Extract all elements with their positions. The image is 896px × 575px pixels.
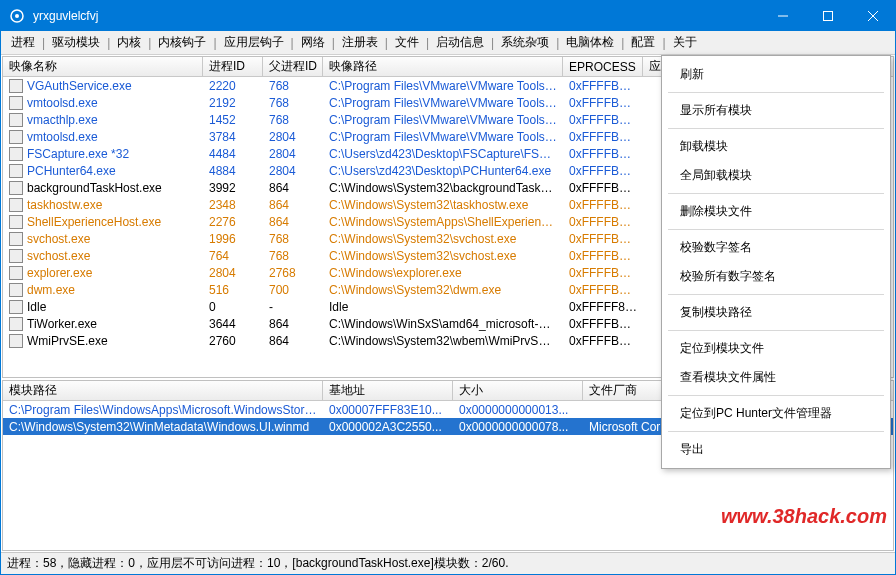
menu-文件[interactable]: 文件 — [389, 32, 425, 53]
process-icon — [9, 164, 23, 178]
ctx-导出[interactable]: 导出 — [662, 435, 890, 464]
statusbar: 进程：58，隐藏进程：0，应用层不可访问进程：10，[backgroundTas… — [1, 552, 895, 574]
process-icon — [9, 79, 23, 93]
menu-驱动模块[interactable]: 驱动模块 — [46, 32, 106, 53]
process-header-0[interactable]: 映像名称 — [3, 57, 203, 76]
process-icon — [9, 249, 23, 263]
process-header-1[interactable]: 进程ID — [203, 57, 263, 76]
menu-注册表[interactable]: 注册表 — [336, 32, 384, 53]
ctx-删除模块文件[interactable]: 删除模块文件 — [662, 197, 890, 226]
ctx-校验所有数字签名[interactable]: 校验所有数字签名 — [662, 262, 890, 291]
process-icon — [9, 147, 23, 161]
process-icon — [9, 317, 23, 331]
menu-关于[interactable]: 关于 — [667, 32, 703, 53]
process-icon — [9, 334, 23, 348]
menu-电脑体检[interactable]: 电脑体检 — [560, 32, 620, 53]
close-button[interactable] — [850, 1, 895, 31]
ctx-查看模块文件属性[interactable]: 查看模块文件属性 — [662, 363, 890, 392]
process-icon — [9, 198, 23, 212]
svg-point-1 — [15, 14, 19, 18]
app-icon — [9, 8, 25, 24]
process-header-4[interactable]: EPROCESS — [563, 57, 643, 76]
process-icon — [9, 232, 23, 246]
process-icon — [9, 181, 23, 195]
process-icon — [9, 130, 23, 144]
status-text: 进程：58，隐藏进程：0，应用层不可访问进程：10，[backgroundTas… — [7, 555, 508, 572]
process-icon — [9, 113, 23, 127]
ctx-刷新[interactable]: 刷新 — [662, 60, 890, 89]
minimize-button[interactable] — [760, 1, 805, 31]
menu-进程[interactable]: 进程 — [5, 32, 41, 53]
menu-启动信息[interactable]: 启动信息 — [430, 32, 490, 53]
menu-内核钩子[interactable]: 内核钩子 — [152, 32, 212, 53]
process-icon — [9, 283, 23, 297]
menu-配置[interactable]: 配置 — [625, 32, 661, 53]
menu-内核[interactable]: 内核 — [111, 32, 147, 53]
menubar: 进程|驱动模块|内核|内核钩子|应用层钩子|网络|注册表|文件|启动信息|系统杂… — [1, 31, 895, 55]
context-menu: 刷新显示所有模块卸载模块全局卸载模块删除模块文件校验数字签名校验所有数字签名复制… — [661, 55, 891, 469]
ctx-显示所有模块[interactable]: 显示所有模块 — [662, 96, 890, 125]
menu-系统杂项[interactable]: 系统杂项 — [495, 32, 555, 53]
maximize-button[interactable] — [805, 1, 850, 31]
module-header-1[interactable]: 基地址 — [323, 381, 453, 400]
module-header-2[interactable]: 大小 — [453, 381, 583, 400]
module-header-0[interactable]: 模块路径 — [3, 381, 323, 400]
process-icon — [9, 215, 23, 229]
process-header-3[interactable]: 映像路径 — [323, 57, 563, 76]
ctx-复制模块路径[interactable]: 复制模块路径 — [662, 298, 890, 327]
svg-rect-3 — [823, 12, 832, 21]
menu-网络[interactable]: 网络 — [295, 32, 331, 53]
ctx-定位到模块文件[interactable]: 定位到模块文件 — [662, 334, 890, 363]
process-header-2[interactable]: 父进程ID — [263, 57, 323, 76]
menu-应用层钩子[interactable]: 应用层钩子 — [218, 32, 290, 53]
process-icon — [9, 300, 23, 314]
ctx-全局卸载模块[interactable]: 全局卸载模块 — [662, 161, 890, 190]
titlebar: yrxguvlelcfvj — [1, 1, 895, 31]
process-icon — [9, 266, 23, 280]
ctx-定位到PC Hunter文件管理器[interactable]: 定位到PC Hunter文件管理器 — [662, 399, 890, 428]
ctx-卸载模块[interactable]: 卸载模块 — [662, 132, 890, 161]
ctx-校验数字签名[interactable]: 校验数字签名 — [662, 233, 890, 262]
window-title: yrxguvlelcfvj — [33, 9, 760, 23]
process-icon — [9, 96, 23, 110]
